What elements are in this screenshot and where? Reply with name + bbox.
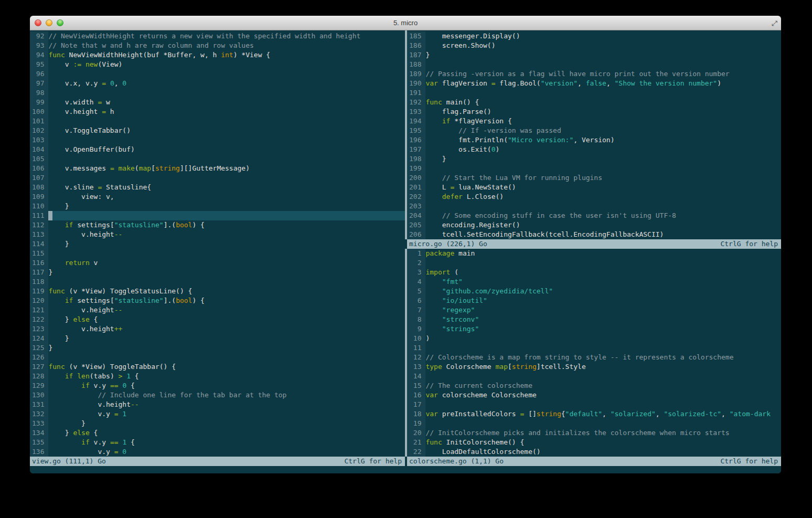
code-line[interactable]: 188 [407, 60, 781, 69]
code-line[interactable]: 192func main() { [407, 98, 781, 107]
code-line[interactable]: 189// Passing -version as a flag will ha… [407, 69, 781, 79]
code-line[interactable]: 191 [407, 88, 781, 98]
code-line[interactable]: 15// The current colorscheme [407, 381, 781, 390]
code-line[interactable]: 131 v.height-- [30, 400, 405, 409]
code-line[interactable]: 21func InitColorscheme() { [407, 438, 781, 447]
code-line[interactable]: 194 if *flagVersion { [407, 117, 781, 126]
code-line[interactable]: 16var colorscheme Colorscheme [407, 390, 781, 400]
code-line[interactable]: 93// Note that w and h are raw column an… [30, 41, 405, 50]
code-line[interactable]: 115 [30, 249, 405, 258]
code-line[interactable]: 97 v.x, v.y = 0, 0 [30, 79, 405, 88]
code-text: L = lua.NewState() [425, 183, 781, 192]
code-line[interactable]: 12// Colorscheme is a map from string to… [407, 353, 781, 362]
code-line[interactable]: 126 [30, 353, 405, 362]
code-line[interactable]: 128 if len(tabs) > 1 { [30, 372, 405, 381]
code-line[interactable]: 2 [407, 258, 781, 268]
code-line[interactable]: 1package main [407, 249, 781, 258]
code-line[interactable]: 19 [407, 419, 781, 428]
code-line[interactable]: 125} [30, 343, 405, 353]
code-line[interactable]: 201 L = lua.NewState() [407, 183, 781, 192]
code-line[interactable]: 200 // Start the Lua VM for running plug… [407, 173, 781, 183]
line-number: 2 [407, 258, 425, 268]
code-line[interactable]: 98 [30, 88, 405, 98]
code-line[interactable]: 5 "github.com/zyedidia/tcell" [407, 287, 781, 296]
code-line[interactable]: 14 [407, 372, 781, 381]
code-line[interactable]: 187} [407, 50, 781, 60]
code-line[interactable]: 18var preInstalledColors = []string{"def… [407, 409, 781, 419]
code-line[interactable]: 111 [30, 211, 405, 220]
code-line[interactable]: 119func (v *View) ToggleStatusLine() { [30, 287, 405, 296]
code-line[interactable]: 6 "io/ioutil" [407, 296, 781, 305]
code-line[interactable]: 8 "strconv" [407, 315, 781, 324]
code-line[interactable]: 129 if v.y == 0 { [30, 381, 405, 390]
window-titlebar[interactable]: 5. micro ⤢ [30, 16, 781, 30]
zoom-button[interactable] [57, 19, 63, 26]
code-line[interactable]: 10) [407, 334, 781, 343]
code-line[interactable]: 185 messenger.Display() [407, 31, 781, 41]
code-line[interactable]: 197 os.Exit(0) [407, 145, 781, 154]
code-line[interactable]: 107 [30, 173, 405, 183]
code-line[interactable]: 204 // Some encoding stuff in case the u… [407, 211, 781, 220]
code-line[interactable]: 104 v.OpenBuffer(buf) [30, 145, 405, 154]
code-line[interactable]: 17 [407, 400, 781, 409]
line-number: 115 [30, 249, 48, 258]
code-line[interactable]: 132 v.y = 1 [30, 409, 405, 419]
code-line[interactable]: 96 [30, 69, 405, 79]
code-line[interactable]: 116 return v [30, 258, 405, 268]
code-line[interactable]: 122 } else { [30, 315, 405, 324]
code-line[interactable]: 136 v.y = 0 [30, 447, 405, 457]
code-line[interactable]: 133 } [30, 419, 405, 428]
code-line[interactable]: 199 [407, 164, 781, 173]
code-line[interactable]: 103 [30, 135, 405, 145]
code-line[interactable]: 22 LoadDefaultColorscheme() [407, 447, 781, 457]
code-line[interactable]: 105 [30, 154, 405, 164]
code-line[interactable]: 20// InitColorscheme picks and initializ… [407, 428, 781, 438]
code-text [48, 88, 405, 98]
code-line[interactable]: 198 } [407, 154, 781, 164]
code-text: } else { [48, 428, 405, 438]
code-line[interactable]: 106 v.messages = make(map[string][]Gutte… [30, 164, 405, 173]
code-line[interactable]: 11 [407, 343, 781, 353]
code-line[interactable]: 114 } [30, 239, 405, 249]
code-line[interactable]: 130 // Include one line for the tab bar … [30, 390, 405, 400]
code-line[interactable]: 108 v.sline = Statusline{ [30, 183, 405, 192]
code-line[interactable]: 100 v.height = h [30, 107, 405, 117]
code-line[interactable]: 118 [30, 277, 405, 287]
code-line[interactable]: 190var flagVersion = flag.Bool("version"… [407, 79, 781, 88]
code-line[interactable]: 205 encoding.Register() [407, 220, 781, 230]
code-line[interactable]: 186 screen.Show() [407, 41, 781, 50]
code-line[interactable]: 193 flag.Parse() [407, 107, 781, 117]
code-line[interactable]: 112 if settings["statusline"].(bool) { [30, 220, 405, 230]
code-line[interactable]: 117} [30, 268, 405, 277]
code-line[interactable]: 135 if v.y == 1 { [30, 438, 405, 447]
code-line[interactable]: 92// NewViewWidthHeight returns a new vi… [30, 31, 405, 41]
code-line[interactable]: 110 } [30, 202, 405, 211]
code-line[interactable]: 7 "regexp" [407, 305, 781, 315]
code-line[interactable]: 3import ( [407, 268, 781, 277]
code-text [425, 343, 781, 353]
minimize-button[interactable] [46, 19, 52, 26]
resize-icon[interactable]: ⤢ [772, 19, 777, 27]
code-line[interactable]: 9 "strings" [407, 324, 781, 334]
code-line[interactable]: 95 v := new(View) [30, 60, 405, 69]
code-line[interactable]: 13type Colorscheme map[string]tcell.Styl… [407, 362, 781, 372]
code-line[interactable]: 109 view: v, [30, 192, 405, 202]
code-line[interactable]: 4 "fmt" [407, 277, 781, 287]
code-line[interactable]: 206 tcell.SetEncodingFallback(tcell.Enco… [407, 230, 781, 239]
code-line[interactable]: 203 [407, 202, 781, 211]
code-line[interactable]: 99 v.width = w [30, 98, 405, 107]
code-line[interactable]: 101 [30, 117, 405, 126]
code-line[interactable]: 123 v.height++ [30, 324, 405, 334]
code-line[interactable]: 127func (v *View) ToggleTabbar() { [30, 362, 405, 372]
code-line[interactable]: 120 if settings["statusline"].(bool) { [30, 296, 405, 305]
code-line[interactable]: 196 fmt.Println("Micro version:", Versio… [407, 135, 781, 145]
code-line[interactable]: 195 // If -version was passed [407, 126, 781, 135]
code-line[interactable]: 121 v.height-- [30, 305, 405, 315]
code-line[interactable]: 202 defer L.Close() [407, 192, 781, 202]
code-line[interactable]: 124 } [30, 334, 405, 343]
code-line[interactable]: 134 } else { [30, 428, 405, 438]
code-line[interactable]: 102 v.ToggleTabbar() [30, 126, 405, 135]
close-button[interactable] [35, 19, 41, 26]
code-line[interactable]: 113 v.height-- [30, 230, 405, 239]
code-line[interactable]: 94func NewViewWidthHeight(buf *Buffer, w… [30, 50, 405, 60]
